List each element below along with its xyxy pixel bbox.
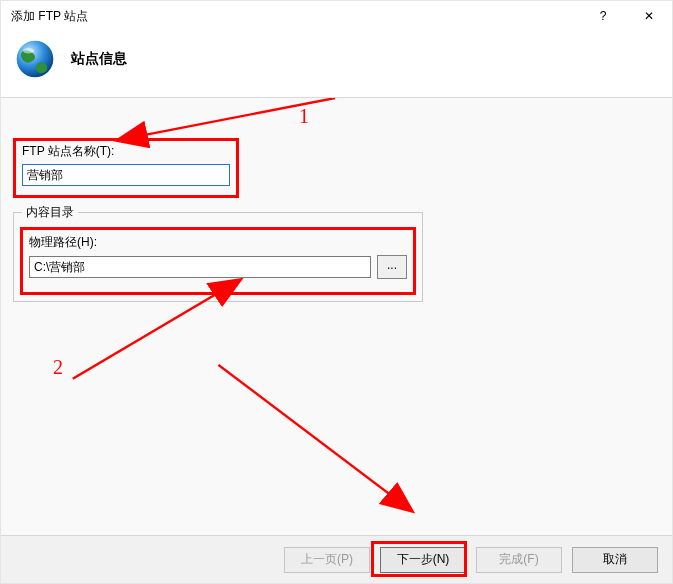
content-directory-legend: 内容目录: [22, 204, 78, 221]
next-button[interactable]: 下一步(N): [380, 547, 466, 573]
dialog-window: 添加 FTP 站点 ? ✕ 站点信息 FTP 站点名称(T):: [0, 0, 673, 584]
svg-line-4: [218, 365, 391, 496]
physical-path-label: 物理路径(H):: [29, 234, 407, 251]
previous-button: 上一页(P): [284, 547, 370, 573]
dialog-title: 添加 FTP 站点: [11, 8, 580, 25]
site-name-group: FTP 站点名称(T):: [13, 138, 239, 198]
globe-icon: [13, 37, 57, 81]
help-icon: ?: [600, 9, 607, 23]
close-icon: ✕: [644, 9, 654, 23]
dialog-footer: 上一页(P) 下一步(N) 完成(F) 取消: [1, 535, 672, 583]
help-button[interactable]: ?: [580, 1, 626, 31]
browse-button[interactable]: ...: [377, 255, 407, 279]
annotation-number-2: 2: [53, 356, 63, 379]
titlebar: 添加 FTP 站点 ? ✕: [1, 1, 672, 31]
site-name-input[interactable]: [22, 164, 230, 186]
svg-point-1: [23, 48, 34, 54]
page-title: 站点信息: [71, 50, 127, 68]
physical-path-row: ...: [29, 255, 407, 279]
close-button[interactable]: ✕: [626, 1, 672, 31]
dialog-header: 站点信息: [1, 31, 672, 97]
svg-line-3: [73, 293, 219, 379]
cancel-button[interactable]: 取消: [572, 547, 658, 573]
finish-button: 完成(F): [476, 547, 562, 573]
annotation-number-1: 1: [299, 105, 309, 128]
site-name-label: FTP 站点名称(T):: [22, 143, 230, 160]
content-directory-inner: 物理路径(H): ...: [20, 227, 416, 295]
dialog-body: FTP 站点名称(T): 内容目录 物理路径(H): ... 1 2: [1, 98, 672, 538]
physical-path-input[interactable]: [29, 256, 371, 278]
content-directory-fieldset: 内容目录 物理路径(H): ...: [13, 212, 423, 302]
